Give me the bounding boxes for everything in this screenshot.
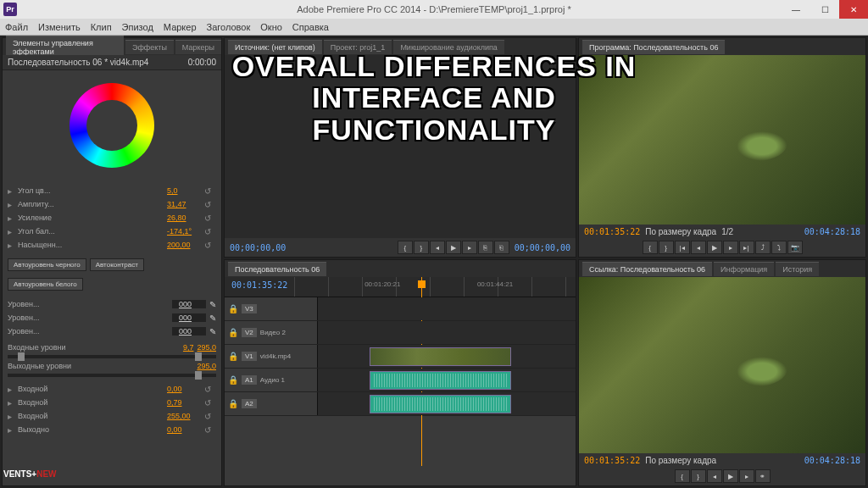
- track-id[interactable]: V3: [242, 304, 257, 313]
- track-body[interactable]: [318, 369, 576, 391]
- program-half[interactable]: 1/2: [721, 227, 733, 236]
- ref-tc-right[interactable]: 00:04:28:18: [804, 456, 860, 465]
- reset-icon[interactable]: ↺: [204, 241, 216, 250]
- track-body[interactable]: [318, 297, 576, 320]
- param-value[interactable]: 31,47: [167, 200, 201, 208]
- reset-icon[interactable]: ↺: [204, 398, 216, 408]
- close-button[interactable]: ✕: [839, 0, 868, 19]
- param-value[interactable]: -174,1°: [167, 227, 201, 236]
- clip[interactable]: [370, 347, 511, 366]
- menu-file[interactable]: Файл: [5, 22, 28, 32]
- disclosure-icon[interactable]: ▸: [8, 200, 14, 209]
- reference-monitor[interactable]: [579, 277, 865, 453]
- param-value[interactable]: 0,00: [167, 385, 201, 393]
- track-id[interactable]: V2: [242, 328, 257, 337]
- eyedropper-icon[interactable]: ✎: [209, 327, 216, 336]
- prog-step-fwd[interactable]: ▸: [723, 241, 738, 254]
- source-tc-left[interactable]: 00;00;00,00: [230, 243, 286, 252]
- level-value[interactable]: 000: [172, 327, 206, 336]
- disclosure-icon[interactable]: ▸: [8, 425, 14, 435]
- lock-icon[interactable]: 🔒: [228, 352, 238, 361]
- reset-icon[interactable]: ↺: [204, 385, 216, 394]
- clip[interactable]: [370, 395, 511, 413]
- reset-icon[interactable]: ↺: [204, 227, 216, 236]
- track-body[interactable]: [318, 321, 576, 344]
- disclosure-icon[interactable]: ▸: [8, 412, 14, 421]
- track-id[interactable]: A1: [242, 375, 257, 385]
- prog-mark-out[interactable]: }: [659, 241, 674, 254]
- overwrite-button[interactable]: ⎗: [494, 241, 509, 254]
- lock-icon[interactable]: 🔒: [228, 399, 238, 408]
- ref-scale[interactable]: По размеру кадра: [645, 456, 716, 465]
- ref-out[interactable]: }: [691, 469, 706, 483]
- reset-icon[interactable]: ↺: [204, 186, 216, 196]
- tab-timeline[interactable]: Последовательность 06: [228, 262, 326, 276]
- menu-edit[interactable]: Изменить: [38, 22, 81, 32]
- ref-back[interactable]: ◂: [707, 469, 722, 483]
- reset-icon[interactable]: ↺: [204, 200, 216, 209]
- output-levels-v1[interactable]: 295,0: [197, 362, 216, 370]
- track-id[interactable]: V1: [242, 352, 257, 361]
- param-value[interactable]: 5,0: [167, 186, 201, 195]
- step-back-button[interactable]: ◂: [430, 241, 445, 254]
- mark-in-button[interactable]: {: [398, 241, 413, 254]
- lock-icon[interactable]: 🔒: [228, 328, 238, 337]
- prog-goto-out[interactable]: ▸|: [739, 241, 754, 254]
- input-levels-v2[interactable]: 295,0: [197, 343, 216, 352]
- param-value[interactable]: 255,00: [167, 412, 201, 420]
- prog-step-back[interactable]: ◂: [691, 241, 706, 254]
- disclosure-icon[interactable]: ▸: [8, 385, 14, 394]
- param-value[interactable]: 0,79: [167, 398, 201, 407]
- param-value[interactable]: 200,00: [167, 241, 201, 249]
- menu-help[interactable]: Справка: [292, 22, 329, 32]
- tab-info[interactable]: Информация: [714, 262, 774, 276]
- insert-button[interactable]: ⎘: [478, 241, 493, 254]
- level-value[interactable]: 000: [172, 300, 206, 308]
- step-fwd-button[interactable]: ▸: [462, 241, 477, 254]
- prog-goto-in[interactable]: |◂: [675, 241, 690, 254]
- track-body[interactable]: [318, 345, 576, 368]
- param-value[interactable]: 0,00: [167, 425, 201, 434]
- play-button[interactable]: ▶: [446, 241, 461, 254]
- disclosure-icon[interactable]: ▸: [8, 241, 14, 250]
- eyedropper-icon[interactable]: ✎: [209, 313, 216, 323]
- tab-markers[interactable]: Маркеры: [175, 40, 221, 54]
- menu-window[interactable]: Окно: [260, 22, 282, 32]
- auto-black-button[interactable]: Автоуровень черного: [8, 258, 86, 271]
- disclosure-icon[interactable]: ▸: [8, 186, 14, 196]
- mark-out-button[interactable]: }: [414, 241, 429, 254]
- lock-icon[interactable]: 🔒: [228, 375, 238, 385]
- menu-clip[interactable]: Клип: [91, 22, 112, 32]
- minimize-button[interactable]: —: [782, 0, 810, 19]
- color-wheel[interactable]: [3, 70, 221, 180]
- auto-white-button[interactable]: Автоуровень белого: [8, 278, 83, 291]
- program-scale[interactable]: По размеру кадра: [645, 227, 716, 236]
- tab-effects[interactable]: Эффекты: [125, 40, 174, 54]
- ref-in[interactable]: {: [675, 469, 690, 483]
- menu-marker[interactable]: Маркер: [164, 22, 197, 32]
- ref-tc-left[interactable]: 00:01:35:22: [584, 456, 640, 465]
- tab-reference[interactable]: Ссылка: Последовательность 06: [582, 262, 712, 276]
- output-slider[interactable]: [8, 374, 216, 377]
- level-value[interactable]: 000: [172, 313, 206, 322]
- eyedropper-icon[interactable]: ✎: [209, 300, 216, 309]
- track-id[interactable]: A2: [242, 399, 257, 408]
- prog-mark-in[interactable]: {: [643, 241, 658, 254]
- prog-play[interactable]: ▶: [707, 241, 722, 254]
- disclosure-icon[interactable]: ▸: [8, 227, 14, 236]
- ref-gang[interactable]: ⚭: [755, 469, 771, 483]
- prog-export[interactable]: 📷: [787, 241, 803, 254]
- timeline-ruler[interactable]: 00:01:35:22 00:01:20:21 00:01:44:21: [225, 277, 576, 297]
- timeline-tc[interactable]: 00:01:35:22: [225, 277, 294, 297]
- auto-contrast-button[interactable]: Автоконтраст: [90, 258, 144, 271]
- source-tc-right[interactable]: 00;00;00,00: [515, 243, 570, 252]
- param-value[interactable]: 26,80: [167, 214, 201, 222]
- reset-icon[interactable]: ↺: [204, 214, 216, 223]
- clip[interactable]: [370, 371, 511, 390]
- prog-lift[interactable]: ⤴: [755, 241, 771, 254]
- disclosure-icon[interactable]: ▸: [8, 398, 14, 408]
- program-tc-right[interactable]: 00:04:28:18: [804, 227, 860, 236]
- ref-fwd[interactable]: ▸: [739, 469, 754, 483]
- program-tc-left[interactable]: 00:01:35:22: [584, 227, 640, 236]
- ref-play[interactable]: ▶: [723, 469, 738, 483]
